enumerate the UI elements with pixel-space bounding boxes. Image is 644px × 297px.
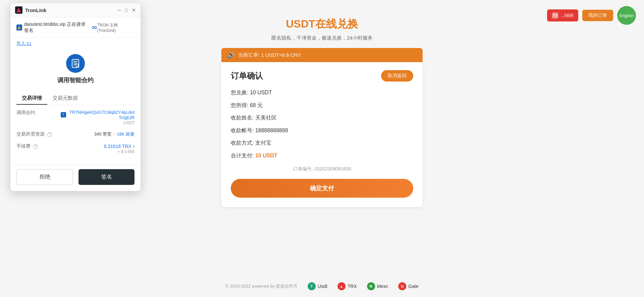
tronlink-titlebar: TronLink ─ □ ✕ [10,3,141,17]
contract-title: 调用智能合约 [16,76,135,84]
payment-method-row: 收款方式: 支付宝 [231,139,413,147]
payee-account: 收款帐号: 18888888888 [231,128,288,133]
my-orders-label: 我的订单 [588,12,607,18]
wallet-label: ...hBR [560,13,574,18]
sign-button[interactable]: 签名 [78,169,135,185]
network-label: TRON 主网 (TronGrid) [97,22,135,33]
footer-coin-gate: G Gate [398,282,418,290]
fee-trx: 8.31618 TRX [104,144,131,149]
payee-name: 收款姓名: 天美社区 [231,115,277,120]
tab-transaction-data[interactable]: 交易元数据 [47,92,83,105]
import-link[interactable]: 导入-11 [16,41,32,47]
page-subtitle: 匿名隐私，干净资金，极速兑换，24小时服务 [271,35,373,41]
receive-amount: 您所得: 68 元 [231,102,263,108]
fee-arrow: › [133,143,135,149]
import-row: 导入-11 [10,38,141,48]
contract-type: USDT [61,120,135,125]
svg-text:!: ! [77,64,77,67]
maximize-button[interactable]: □ [125,7,128,13]
payee-account-row: 收款帐号: 18888888888 [231,126,413,135]
rate-text: 当前汇率: 1 USDT=6.8 CNY [238,52,301,58]
fee-trx-row: 8.31618 TRX › [104,143,135,149]
order-title: 订单确认 [231,70,263,81]
contract-icon: ! [66,54,85,73]
coin-mexc-label: Mexc [377,284,388,289]
tronlink-tabs: 交易详情 交易元数据 [16,92,135,105]
window-controls: ─ □ ✕ [118,7,136,13]
footer-coin-trx: ▲ TRX [337,282,357,290]
rate-banner: 🔊 当前汇率: 1 USDT=6.8 CNY [221,48,423,62]
exchange-amount: 您兑换: 10 USDT [231,90,272,95]
wallet-icon [552,12,558,19]
main-content: USDT在线兑换 匿名隐私，干净资金，极速兑换，24小时服务 🔊 当前汇率: 1… [221,17,423,207]
tab-transaction-details[interactable]: 交易详情 [16,92,47,105]
reject-button[interactable]: 拒绝 [16,169,73,185]
fee-usd: ≈ $ 0.655 [104,149,135,154]
svg-rect-4 [92,27,94,29]
confirm-payment-label: 确定支付 [310,185,334,192]
tronlink-window: TronLink ─ □ ✕ 🔒 daoutest.timibbs.vip 正在… [10,3,141,191]
gate-icon: G [398,282,406,290]
domain-icon: 🔒 [16,24,22,31]
total-payment-value: 10 USDT [255,153,277,158]
minimize-button[interactable]: ─ [118,7,121,13]
language-button[interactable]: English [617,6,636,25]
bandwidth-value: 345 带宽 [94,132,111,137]
fee-row: 手续费 ? 8.31618 TRX › ≈ $ 0.655 [16,143,135,154]
contract-address-block: T TR7NHqjeKQxGTCi8q8ZY4pL8otSzgjLj6t USD… [61,110,135,125]
fee-value-block: 8.31618 TRX › ≈ $ 0.655 [104,143,135,154]
exchange-amount-row: 您兑换: 10 USDT [231,88,413,97]
svg-rect-5 [95,27,97,29]
tronlink-logo: TronLink [15,6,46,14]
cancel-label: 取消返回 [388,73,407,78]
mexc-icon: M [367,282,375,290]
fee-label: 手续费 ? [16,143,38,149]
svg-rect-0 [553,14,557,17]
footer-coin-mexc: M Mexc [367,282,388,290]
resources-label: 交易所需资源 ? [16,131,52,137]
speaker-icon: 🔊 [227,51,235,59]
copyright: © 2018-2022 powered by 渠道合作方 [225,283,298,289]
total-payment-label: 合计支付: [231,153,255,158]
top-bar: ...hBR 我的订单 English [539,0,644,31]
action-buttons: 拒绝 签名 [10,165,141,191]
cancel-button[interactable]: 取消返回 [381,70,413,82]
total-payment-row: 合计支付: 10 USDT [231,151,413,160]
coin-trx-label: TRX [347,284,357,289]
language-label: English [620,13,634,18]
page-title: USDT在线兑换 [286,17,358,32]
order-number: 订单编号: JS202309091830 [231,166,413,172]
fee-info-icon: ? [33,144,38,149]
order-card: 订单确认 取消返回 您兑换: 10 USDT 您所得: 68 元 收款姓名: 天… [221,62,423,207]
coin-usdt-label: Usdt [318,284,327,289]
payee-name-row: 收款姓名: 天美社区 [231,113,413,122]
tronlink-title: TronLink [25,7,46,13]
energy-value: 18K 能量 [117,132,135,137]
contract-section: ! 调用智能合约 [10,48,141,92]
trx-icon: ▲ [337,282,345,290]
wallet-button[interactable]: ...hBR [547,9,578,21]
request-domain-info: 🔒 daoutest.timibbs.vip 正在请求签名 [16,21,97,34]
footer-coin-usdt: T Usdt [308,282,327,290]
resources-value: 345 带宽 + 18K 能量 [94,131,135,137]
receive-amount-row: 您所得: 68 元 [231,101,413,110]
close-button[interactable]: ✕ [132,7,136,13]
details-content: 调用合约 T TR7NHqjeKQxGTCi8q8ZY4pL8otSzgjLj6… [10,105,141,165]
coin-gate-label: Gate [408,284,418,289]
payment-method: 收款方式: 支付宝 [231,140,271,146]
resources-row: 交易所需资源 ? 345 带宽 + 18K 能量 [16,131,135,137]
call-contract-label: 调用合约 [16,110,35,116]
resources-info-icon: ? [47,132,52,137]
contract-address: TR7NHqjeKQxGTCi8q8ZY4pL8otSzgjLj6t [67,110,135,120]
reject-label: 拒绝 [40,174,50,180]
contract-address-icon: T [61,112,66,117]
confirm-payment-button[interactable]: 确定支付 [231,179,413,198]
svg-point-1 [556,16,556,16]
my-orders-button[interactable]: 我的订单 [582,10,613,21]
order-header: 订单确认 取消返回 [231,70,413,82]
footer: © 2018-2022 powered by 渠道合作方 T Usdt ▲ TR… [225,282,418,290]
request-header: 🔒 daoutest.timibbs.vip 正在请求签名 TRON 主网 (T… [10,17,141,38]
chain-icon [92,24,97,31]
call-contract-row: 调用合约 T TR7NHqjeKQxGTCi8q8ZY4pL8otSzgjLj6… [16,110,135,125]
usdt-icon: T [308,282,316,290]
